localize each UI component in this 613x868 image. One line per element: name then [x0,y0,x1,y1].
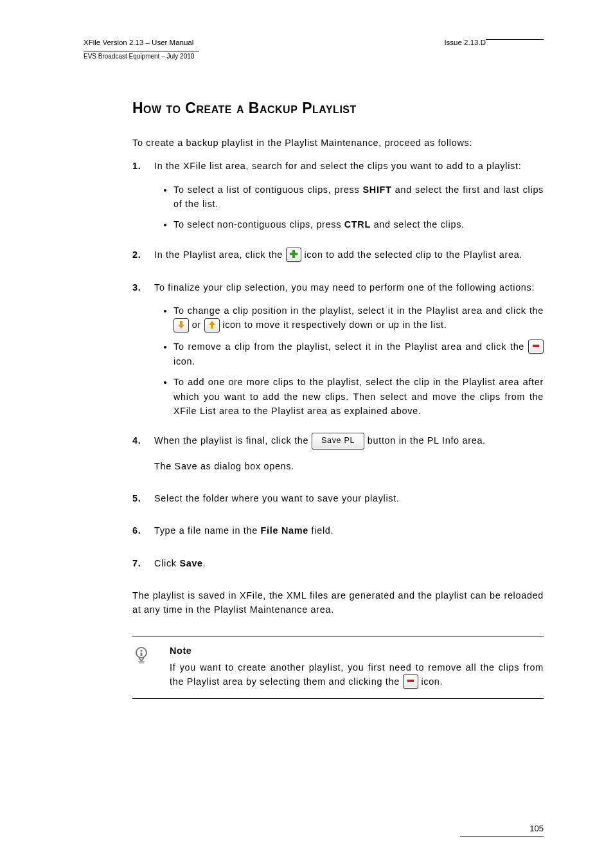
step-3-sub2-a: To remove a clip from the playlist, sele… [173,341,528,352]
step-2-b: icon to add the selected clip to the Pla… [304,249,522,260]
svg-rect-0 [533,345,539,347]
step-3-sub2-b: icon. [173,356,195,366]
step-3: 3. To finalize your clip selection, you … [132,280,544,424]
step-7-b: . [203,558,206,568]
step-2-num: 2. [132,248,154,271]
step-3-sub-2: To remove a clip from the playlist, sele… [173,339,544,369]
step-1-sub1-a: To select a list of contiguous clips, pr… [173,185,362,195]
minus-icon[interactable] [403,674,418,689]
step-7-num: 7. [132,556,154,579]
note-icon [132,644,170,690]
step-3-sub-1: To change a clip position in the playlis… [173,303,544,333]
step-4-c: The Save as dialog box opens. [154,459,544,473]
minus-icon[interactable] [528,339,544,354]
kw-ctrl: CTRL [344,219,371,230]
step-7-a: Click [154,558,179,568]
step-6-a: Type a file name in the [154,525,261,536]
step-1-sub2-b: and select the clips. [371,219,465,230]
note-box: Note If you want to create another playl… [132,637,544,700]
header-product: XFile Version 2.13 – User Manual [84,39,193,46]
step-1-num: 1. [132,159,154,238]
note-text-b: icon. [421,676,443,687]
step-1-sub-2: To select non-contiguous clips, press CT… [173,217,544,231]
step-2: 2. In the Playlist area, click the icon … [132,248,544,271]
step-5-num: 5. [132,491,154,514]
header-company: EVS Broadcast Equipment – July 2010 [84,51,199,62]
step-4-a: When the playlist is final, click the [154,436,312,446]
step-3-sub-3: To add one ore more clips to the playlis… [173,375,544,418]
outro-text: The playlist is saved in XFile, the XML … [132,588,544,617]
plus-icon[interactable] [286,248,301,262]
step-3-sub1-c: icon to move it respectively down or up … [222,320,447,330]
arrow-up-icon[interactable] [204,318,220,332]
step-1-sub-1: To select a list of contiguous clips, pr… [173,183,544,212]
step-4: 4. When the playlist is final, click the… [132,433,544,482]
note-title: Note [170,644,544,658]
step-3-num: 3. [132,280,154,424]
kw-shift: SHIFT [362,185,391,195]
step-4-num: 4. [132,433,154,482]
save-pl-button[interactable]: Save PL [312,433,364,449]
svg-rect-3 [141,653,143,656]
header-issue: Issue 2.13.D [444,39,486,46]
step-7: 7. Click Save. [132,556,544,579]
step-1-sub2-a: To select non-contiguous clips, press [173,219,344,230]
intro-text: To create a backup playlist in the Playl… [132,136,544,150]
step-3-text: To finalize your clip selection, you may… [154,280,544,294]
step-5-text: Select the folder where you want to save… [154,491,544,505]
page-footer: 105 [460,822,544,837]
step-4-b: button in the PL Info area. [368,436,486,446]
step-6: 6. Type a file name in the File Name fie… [132,523,544,547]
note-text-a: If you want to create another playlist, … [170,662,544,687]
step-3-sub1-b: or [192,320,204,330]
step-6-b: field. [308,525,333,536]
step-3-sub1-a: To change a clip position in the playlis… [173,305,544,316]
svg-rect-4 [407,680,414,682]
svg-point-2 [140,649,142,651]
arrow-down-icon[interactable] [173,318,189,332]
step-1: 1. In the XFile list area, search for an… [132,159,544,238]
step-5: 5. Select the folder where you want to s… [132,491,544,514]
page-number: 105 [460,822,544,835]
step-2-a: In the Playlist area, click the [154,249,286,260]
page-title: How to Create a Backup Playlist [132,97,544,120]
step-6-num: 6. [132,523,154,547]
kw-file-name: File Name [261,525,308,536]
kw-save: Save [179,558,202,568]
step-1-text: In the XFile list area, search for and s… [154,159,544,173]
